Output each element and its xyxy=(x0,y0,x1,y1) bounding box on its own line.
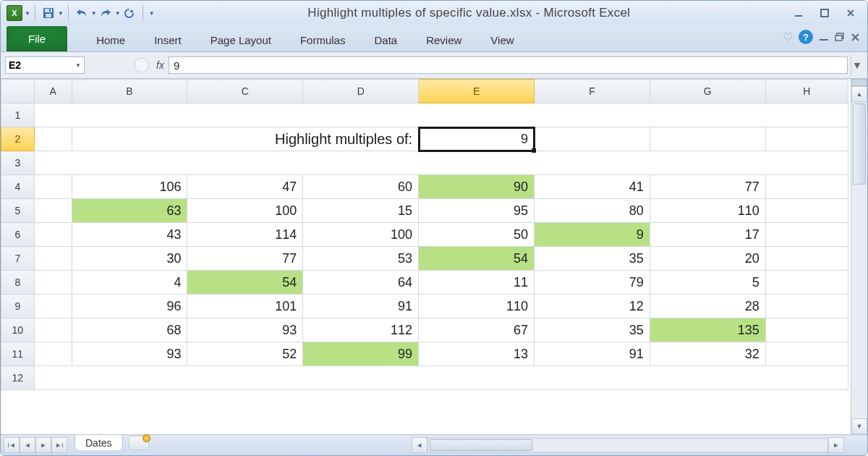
sheet-nav-prev-icon[interactable]: ◄ xyxy=(20,437,35,453)
cell-A10[interactable] xyxy=(34,318,72,342)
row-header-4[interactable]: 4 xyxy=(1,175,35,199)
cell-G7[interactable]: 20 xyxy=(650,247,765,271)
new-sheet-button[interactable] xyxy=(129,436,149,450)
tab-page-layout[interactable]: Page Layout xyxy=(196,28,286,51)
cell-G6[interactable]: 17 xyxy=(650,223,765,247)
row-header-7[interactable]: 7 xyxy=(1,247,35,271)
cell-H4[interactable] xyxy=(765,175,848,199)
col-header-H[interactable]: H xyxy=(765,80,848,104)
cell-D8[interactable]: 64 xyxy=(303,271,419,295)
fx-label[interactable]: fx xyxy=(156,59,164,71)
cell-D10[interactable]: 112 xyxy=(303,318,419,342)
label-highlight-multiples[interactable]: Highlight multiples of: xyxy=(72,127,419,151)
row-header-5[interactable]: 5 xyxy=(1,199,35,223)
cell-G11[interactable]: 32 xyxy=(650,342,765,366)
tab-data[interactable]: Data xyxy=(359,28,412,51)
col-header-C[interactable]: C xyxy=(187,80,303,104)
app-menu-dropdown-icon[interactable]: ▼ xyxy=(25,10,30,17)
cell-C11[interactable]: 52 xyxy=(187,342,303,366)
cell-G5[interactable]: 110 xyxy=(650,199,765,223)
cell-F5[interactable]: 80 xyxy=(535,199,650,223)
row-header-10[interactable]: 10 xyxy=(1,318,35,342)
cell-B9[interactable]: 96 xyxy=(72,295,187,318)
cell-F2[interactable] xyxy=(535,127,650,151)
name-box-dropdown-icon[interactable]: ▼ xyxy=(75,62,81,69)
cell-F4[interactable]: 41 xyxy=(535,175,650,199)
scroll-down-icon[interactable]: ▼ xyxy=(851,418,867,434)
col-header-D[interactable]: D xyxy=(303,80,419,104)
sheet-tab-dates[interactable]: Dates xyxy=(75,434,123,450)
col-header-A[interactable]: A xyxy=(34,80,72,104)
cell-B10[interactable]: 68 xyxy=(72,318,187,342)
cell-G8[interactable]: 5 xyxy=(650,271,765,295)
cell[interactable] xyxy=(34,366,848,390)
cell-H2[interactable] xyxy=(765,127,848,151)
cell-A7[interactable] xyxy=(34,247,72,271)
cell-D5[interactable]: 15 xyxy=(303,199,419,223)
cell-E4[interactable]: 90 xyxy=(419,175,535,199)
scroll-right-icon[interactable]: ► xyxy=(828,437,844,453)
save-dropdown-icon[interactable]: ▼ xyxy=(58,10,64,17)
cell-D11[interactable]: 99 xyxy=(303,342,419,366)
cell-H5[interactable] xyxy=(765,199,848,223)
cell-A2[interactable] xyxy=(34,127,72,151)
split-handle-top[interactable] xyxy=(851,79,867,86)
select-all-corner[interactable] xyxy=(1,80,35,104)
cell-E9[interactable]: 110 xyxy=(419,295,535,318)
row-header-8[interactable]: 8 xyxy=(1,271,35,295)
cell-G2[interactable] xyxy=(650,127,765,151)
cell-C6[interactable]: 114 xyxy=(187,223,303,247)
cell-A6[interactable] xyxy=(34,223,72,247)
cell-G10[interactable]: 135 xyxy=(650,318,765,342)
workbook-minimize-icon[interactable] xyxy=(819,33,829,41)
formula-input[interactable]: 9 xyxy=(169,56,848,74)
workbook-restore-icon[interactable] xyxy=(835,33,845,41)
row-header-3[interactable]: 3 xyxy=(1,151,35,175)
cell-C4[interactable]: 47 xyxy=(187,175,303,199)
cell-D7[interactable]: 53 xyxy=(303,247,419,271)
cell-A8[interactable] xyxy=(34,271,72,295)
cell-H8[interactable] xyxy=(765,271,848,295)
col-header-E[interactable]: E xyxy=(419,80,535,104)
cell-G4[interactable]: 77 xyxy=(650,175,765,199)
cell[interactable] xyxy=(34,104,848,127)
cell-D6[interactable]: 100 xyxy=(303,223,419,247)
workbook-close-icon[interactable] xyxy=(851,33,860,42)
tab-insert[interactable]: Insert xyxy=(140,28,196,51)
cell-E2-active[interactable]: 9 xyxy=(419,127,535,151)
tab-view[interactable]: View xyxy=(476,28,528,51)
scroll-up-icon[interactable]: ▲ xyxy=(851,86,867,102)
col-header-G[interactable]: G xyxy=(650,80,765,104)
cell-E8[interactable]: 11 xyxy=(419,271,535,295)
cell-E10[interactable]: 67 xyxy=(419,318,535,342)
cell-C9[interactable]: 101 xyxy=(187,295,303,318)
cell-B6[interactable]: 43 xyxy=(72,223,187,247)
scroll-left-icon[interactable]: ◄ xyxy=(412,437,427,453)
cell-E5[interactable]: 95 xyxy=(419,199,535,223)
help-button[interactable]: ? xyxy=(799,30,813,44)
cell-F6[interactable]: 9 xyxy=(535,223,650,247)
grid-viewport[interactable]: A B C D E F G H 1 2 Highlight multiples … xyxy=(1,79,851,434)
row-header-1[interactable]: 1 xyxy=(1,104,35,127)
save-button[interactable] xyxy=(40,4,57,22)
undo-dropdown-icon[interactable]: ▼ xyxy=(91,10,97,17)
cancel-formula-icon[interactable] xyxy=(135,58,149,72)
cell-D9[interactable]: 91 xyxy=(303,295,419,318)
undo-button[interactable] xyxy=(73,4,90,22)
qat-customize-dropdown-icon[interactable]: ▼ xyxy=(149,10,155,17)
sheet-nav-first-icon[interactable]: I◄ xyxy=(4,437,20,453)
tab-file[interactable]: File xyxy=(7,26,67,51)
row-header-2[interactable]: 2 xyxy=(1,127,35,151)
cell-F9[interactable]: 12 xyxy=(535,295,650,318)
cell-H9[interactable] xyxy=(765,295,848,318)
redo-button[interactable] xyxy=(97,4,114,22)
vscroll-track[interactable] xyxy=(851,102,867,418)
refresh-button[interactable] xyxy=(121,4,138,22)
cell-F8[interactable]: 79 xyxy=(535,271,650,295)
hscroll-thumb[interactable] xyxy=(430,439,532,451)
cell-E6[interactable]: 50 xyxy=(419,223,535,247)
cell-B8[interactable]: 4 xyxy=(72,271,187,295)
tab-home[interactable]: Home xyxy=(82,28,140,51)
cell-F10[interactable]: 35 xyxy=(535,318,650,342)
sheet-nav-next-icon[interactable]: ► xyxy=(35,437,51,453)
